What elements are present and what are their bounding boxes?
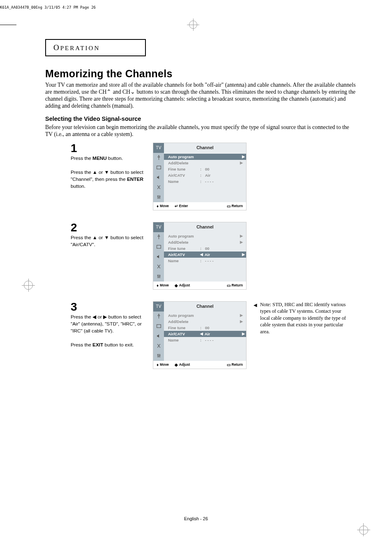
step-number: 3 bbox=[71, 301, 149, 313]
osd-footer: ♦Move ↵Enter ▭Return bbox=[153, 202, 246, 210]
osd-title: Channel bbox=[164, 302, 246, 311]
file-header: K61A_AA03447B_00Eng 3/11/05 4:27 PM Page… bbox=[0, 5, 96, 9]
antenna-icon bbox=[153, 153, 164, 163]
updown-icon: ♦ bbox=[157, 362, 159, 367]
osd-menu-1: TV bbox=[153, 143, 247, 210]
picture-icon bbox=[153, 242, 164, 252]
step-1-text: 1 Press the MENU button. Press the ▲ or … bbox=[71, 143, 153, 210]
leftright-icon: ◆ bbox=[175, 362, 178, 367]
osd-item-add-delete: Add/Delete ▶ bbox=[168, 160, 243, 166]
step-number: 2 bbox=[71, 222, 149, 233]
chevron-right-icon: ▶ bbox=[242, 155, 245, 159]
tv-tab-icon: TV bbox=[153, 302, 164, 312]
return-icon: ▭ bbox=[227, 204, 231, 208]
sound-icon bbox=[153, 331, 164, 341]
chevron-left-icon: ◀ bbox=[200, 252, 203, 256]
svg-point-11 bbox=[159, 355, 160, 356]
crop-mark bbox=[359, 526, 368, 535]
osd-item-name: Name:- - - - bbox=[168, 337, 243, 343]
sound-icon bbox=[153, 173, 164, 182]
step-2-text: 2 Press the ▲ or ▼ button to select "Air… bbox=[71, 222, 153, 290]
svg-point-7 bbox=[159, 276, 160, 277]
chevron-right-icon: ▶ bbox=[240, 319, 243, 323]
osd-footer: ♦Move ◆Adjust ▭Return bbox=[153, 361, 246, 369]
osd-title: Channel bbox=[164, 222, 246, 231]
return-icon: ▭ bbox=[227, 362, 231, 367]
picture-icon bbox=[153, 321, 164, 331]
svg-rect-0 bbox=[157, 166, 161, 169]
osd-tabs: TV bbox=[153, 302, 164, 361]
page-title: Memorizing the Channels bbox=[45, 68, 357, 80]
channel-icon bbox=[153, 182, 164, 192]
sound-icon bbox=[153, 252, 164, 262]
chevron-right-icon: ▶ bbox=[240, 240, 243, 244]
chevron-right-icon: ▶ bbox=[242, 332, 245, 336]
setup-icon bbox=[153, 192, 164, 202]
chevron-left-icon: ◀ bbox=[254, 302, 257, 335]
osd-item-auto-program: Auto program▶ bbox=[168, 312, 243, 319]
section-header-text: PERATION bbox=[60, 45, 100, 51]
osd-item-fine-tune: Fine tune:00 bbox=[168, 245, 243, 252]
step-3-text: 3 Press the ◀ or ▶ button to select "Air… bbox=[71, 301, 153, 369]
osd-item-fine-tune: Fine tune : 00 bbox=[168, 166, 243, 172]
osd-tabs: TV bbox=[153, 143, 164, 202]
step-3: 3 Press the ◀ or ▶ button to select "Air… bbox=[71, 301, 357, 369]
chevron-right-icon: ▶ bbox=[242, 252, 245, 256]
osd-menu-3: TV Channel Auto program▶ Add/Delete▶ Fin… bbox=[153, 301, 247, 369]
updown-icon: ♦ bbox=[157, 204, 159, 208]
antenna-icon bbox=[153, 232, 164, 242]
crop-mark bbox=[193, 18, 194, 31]
osd-title: Channel bbox=[164, 143, 246, 152]
svg-point-1 bbox=[157, 196, 158, 197]
return-icon: ▭ bbox=[227, 283, 231, 288]
osd-footer: ♦Move ◆Adjust ▭Return bbox=[153, 282, 246, 289]
osd-item-name: Name:- - - - bbox=[168, 258, 243, 264]
subtitle: Selecting the Video Signal-source bbox=[45, 115, 357, 122]
svg-point-3 bbox=[159, 196, 160, 197]
svg-point-10 bbox=[158, 356, 159, 357]
chevron-right-icon: ▶ bbox=[240, 313, 243, 317]
picture-icon bbox=[153, 163, 164, 173]
antenna-icon bbox=[153, 312, 164, 321]
osd-item-add-delete: Add/Delete▶ bbox=[168, 239, 243, 245]
side-note: ◀ Note: STD, HRC and IRC identify variou… bbox=[254, 301, 350, 335]
tv-tab-icon: TV bbox=[153, 222, 164, 232]
osd-item-air-catv: Air/CATV : Air bbox=[168, 172, 243, 178]
osd-item-air-catv: Air/CATV◀Air▶ bbox=[164, 252, 246, 258]
svg-point-9 bbox=[157, 355, 158, 355]
channel-icon bbox=[153, 262, 164, 272]
crop-mark bbox=[28, 279, 29, 292]
step-2: 2 Press the ▲ or ▼ button to select "Air… bbox=[71, 222, 357, 290]
svg-point-6 bbox=[158, 277, 159, 277]
page-number: English - 26 bbox=[0, 516, 392, 521]
step-number: 1 bbox=[71, 143, 149, 154]
enter-icon: ↵ bbox=[175, 204, 178, 208]
osd-item-name: Name : - - - - bbox=[168, 178, 243, 185]
osd-item-fine-tune: Fine tune:00 bbox=[168, 325, 243, 331]
section-header-box: OPERATION bbox=[45, 39, 146, 56]
leftright-icon: ◆ bbox=[175, 283, 178, 288]
chevron-left-icon: ◀ bbox=[200, 332, 203, 336]
osd-menu-2: TV Channel Auto program▶ Add/Delete▶ Fin… bbox=[153, 222, 247, 290]
osd-item-air-catv: Air/CATV◀Air▶ bbox=[164, 331, 246, 337]
svg-point-5 bbox=[157, 275, 158, 276]
intro-paragraph: Your TV can memorize and store all of th… bbox=[45, 81, 357, 110]
tv-tab-icon: TV bbox=[153, 143, 164, 153]
step-1: 1 Press the MENU button. Press the ▲ or … bbox=[71, 143, 357, 210]
svg-rect-8 bbox=[157, 325, 161, 328]
chevron-right-icon: ▶ bbox=[240, 161, 243, 165]
setup-icon bbox=[153, 351, 164, 361]
osd-item-auto-program: Auto program▶ bbox=[168, 233, 243, 239]
svg-rect-4 bbox=[157, 245, 161, 249]
crop-mark bbox=[0, 25, 16, 25]
osd-item-add-delete: Add/Delete▶ bbox=[168, 319, 243, 325]
osd-tabs: TV bbox=[153, 222, 164, 282]
subtitle-paragraph: Before your television can begin memoriz… bbox=[45, 124, 357, 138]
crop-mark bbox=[357, 530, 370, 530]
chevron-right-icon: ▶ bbox=[240, 234, 243, 238]
osd-item-auto-program: Auto program ▶ bbox=[164, 154, 246, 160]
updown-icon: ♦ bbox=[157, 283, 159, 288]
svg-point-2 bbox=[158, 197, 159, 198]
crop-mark bbox=[363, 523, 364, 536]
channel-icon bbox=[153, 341, 164, 351]
